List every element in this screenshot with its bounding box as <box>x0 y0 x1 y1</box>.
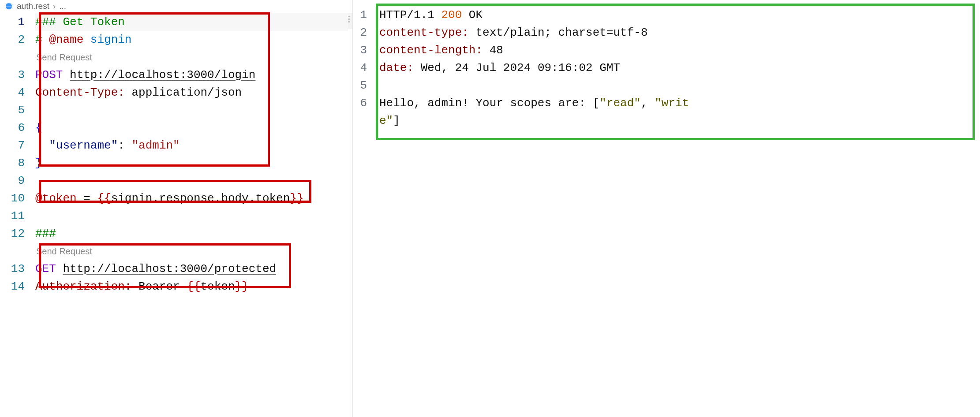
json-brace: { <box>35 121 42 134</box>
line-number: 4 <box>6 84 25 101</box>
send-request-codelens[interactable]: Send Request <box>35 48 348 66</box>
breadcrumb-tail[interactable]: ... <box>59 1 66 11</box>
template-body: signin.response.body.token <box>111 192 290 205</box>
line-number: 2 <box>359 24 367 41</box>
line-number: 3 <box>359 41 367 59</box>
header-value: text/plain; charset=utf-8 <box>475 26 647 39</box>
line-number: 6 <box>6 119 25 137</box>
line-number: 5 <box>359 77 367 94</box>
equals: = <box>77 192 97 205</box>
line-number: 12 <box>6 225 25 242</box>
line-number: 11 <box>6 207 25 225</box>
section-divider: ### <box>35 227 56 240</box>
breadcrumb-filename[interactable]: auth.rest <box>17 1 49 11</box>
editor-left-pane: auth.rest › ... 1 2 3 4 5 6 7 8 9 10 11 … <box>0 0 353 417</box>
http-method-get: GET <box>35 262 56 276</box>
code-editor-left[interactable]: 1 2 3 4 5 6 7 8 9 10 11 12 13 14 ### Get… <box>0 13 352 295</box>
json-string: "writ <box>655 97 689 110</box>
breadcrumb[interactable]: auth.rest › ... <box>0 0 352 13</box>
response-body-end: ] <box>393 114 400 127</box>
line-number: 13 <box>6 260 25 278</box>
code-content-left[interactable]: ### Get Token # @name signin Send Reques… <box>35 13 352 295</box>
http-method-post: POST <box>35 68 63 82</box>
header-name: content-length <box>379 44 475 57</box>
line-number <box>6 242 25 260</box>
line-number: 1 <box>359 6 367 24</box>
template-close: }} <box>290 192 303 205</box>
line-number: 7 <box>6 137 25 154</box>
header-name: Content-Type <box>35 86 118 99</box>
line-number: 9 <box>6 172 25 190</box>
line-number: 2 <box>6 31 25 48</box>
line-gutter-right: 1 2 3 4 5 6 <box>353 6 379 130</box>
template-close: }} <box>235 280 249 293</box>
json-brace: } <box>35 156 42 170</box>
bearer-prefix: Bearer <box>138 280 187 293</box>
template-var: token <box>201 280 235 293</box>
send-request-codelens[interactable]: Send Request <box>35 242 348 260</box>
http-version: HTTP/1.1 <box>379 8 441 22</box>
comma: , <box>641 97 655 110</box>
section-comment: ### Get Token <box>35 15 125 29</box>
line-number <box>6 48 25 66</box>
json-value: "admin" <box>131 139 180 152</box>
header-value: 48 <box>490 44 503 57</box>
json-string: e" <box>379 114 393 127</box>
line-number: 14 <box>6 278 25 295</box>
line-number: 10 <box>6 190 25 207</box>
response-body: Hello, admin! Your scopes are: [ <box>379 97 599 110</box>
comment-hash: # <box>35 33 49 46</box>
at-name-directive: @name <box>49 33 83 46</box>
response-right-pane: 1 2 3 4 5 6 HTTP/1.1 200 OK content-type… <box>353 0 980 417</box>
request-url[interactable]: http://localhost:3000/protected <box>63 262 276 276</box>
header-name: Authorization <box>35 280 125 293</box>
at-token-var: @token <box>35 192 77 205</box>
line-number: 4 <box>359 59 367 77</box>
code-editor-right[interactable]: 1 2 3 4 5 6 HTTP/1.1 200 OK content-type… <box>353 0 980 130</box>
json-string: "read" <box>599 97 641 110</box>
chevron-right-icon: › <box>53 1 56 11</box>
line-gutter-left: 1 2 3 4 5 6 7 8 9 10 11 12 13 14 <box>0 13 35 295</box>
json-key: "username" <box>49 139 118 152</box>
template-open: {{ <box>187 280 200 293</box>
line-number <box>359 112 367 130</box>
header-name: content-type <box>379 26 462 39</box>
header-value: Wed, 24 Jul 2024 09:16:02 GMT <box>421 61 620 74</box>
line-number: 8 <box>6 154 25 172</box>
line-number: 6 <box>359 94 367 112</box>
globe-icon <box>4 2 13 11</box>
line-number: 5 <box>6 101 25 119</box>
request-url[interactable]: http://localhost:3000/login <box>70 68 255 82</box>
code-content-right[interactable]: HTTP/1.1 200 OK content-type: text/plain… <box>379 6 980 130</box>
request-name: signin <box>83 33 131 46</box>
template-open: {{ <box>97 192 111 205</box>
line-number: 1 <box>6 13 25 31</box>
header-value: application/json <box>131 86 242 99</box>
status-code: 200 <box>441 8 462 22</box>
status-text: OK <box>462 8 483 22</box>
line-number: 3 <box>6 66 25 84</box>
header-name: date <box>379 61 407 74</box>
